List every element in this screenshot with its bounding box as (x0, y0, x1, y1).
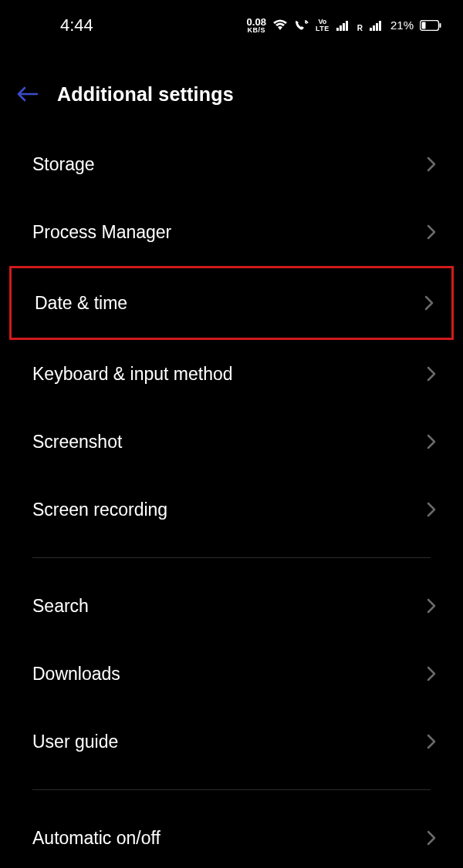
item-label: Storage (32, 154, 95, 175)
settings-item-downloads[interactable]: Downloads (0, 640, 463, 708)
signal-strength-2-icon (369, 19, 384, 32)
settings-item-date-time[interactable]: Date & time (9, 266, 454, 340)
item-label: Search (32, 596, 89, 617)
chevron-right-icon (424, 831, 438, 845)
settings-item-keyboard[interactable]: Keyboard & input method (0, 340, 463, 408)
volte-indicator: Vo LTE (316, 19, 330, 32)
arrow-left-icon (15, 86, 39, 103)
chevron-right-icon (424, 599, 438, 613)
item-label: Date & time (35, 293, 127, 314)
chevron-right-icon (424, 735, 438, 749)
back-button[interactable] (14, 81, 40, 107)
settings-item-storage[interactable]: Storage (0, 130, 463, 198)
settings-item-search[interactable]: Search (0, 572, 463, 640)
svg-rect-2 (343, 23, 345, 31)
item-label: Automatic on/off (32, 828, 161, 849)
chevron-right-icon (422, 296, 436, 310)
svg-rect-4 (370, 28, 372, 31)
chevron-right-icon (424, 667, 438, 681)
wifi-calling-icon (294, 19, 309, 32)
settings-list: Storage Process Manager Date & time Keyb… (0, 130, 463, 868)
status-bar: 4:44 0.08 KB/S Vo LTE R 21% (0, 0, 463, 42)
status-indicators: 0.08 KB/S Vo LTE R 21% (247, 17, 441, 34)
svg-rect-7 (379, 21, 381, 31)
roaming-indicator: R (357, 24, 363, 32)
chevron-right-icon (424, 435, 438, 449)
wifi-icon (272, 19, 288, 32)
item-label: Process Manager (32, 222, 171, 243)
svg-rect-6 (376, 23, 378, 31)
signal-strength-1-icon (336, 19, 351, 32)
battery-icon (420, 20, 441, 31)
svg-rect-1 (340, 25, 342, 31)
item-label: Screenshot (32, 432, 122, 453)
chevron-right-icon (424, 157, 438, 171)
chevron-right-icon (424, 503, 438, 516)
status-time: 4:44 (60, 15, 93, 35)
settings-item-automatic-onoff[interactable]: Automatic on/off (0, 804, 463, 868)
settings-item-screenshot[interactable]: Screenshot (0, 408, 463, 476)
page-header: Additional settings (0, 42, 463, 130)
settings-item-screen-recording[interactable]: Screen recording (0, 476, 463, 543)
network-speed-indicator: 0.08 KB/S (247, 17, 266, 34)
svg-rect-3 (346, 21, 348, 31)
settings-item-process-manager[interactable]: Process Manager (0, 198, 463, 266)
svg-rect-9 (422, 22, 426, 29)
page-title: Additional settings (57, 83, 234, 106)
chevron-right-icon (424, 367, 438, 381)
item-label: Screen recording (32, 500, 167, 520)
divider (32, 557, 431, 558)
svg-rect-5 (373, 25, 375, 31)
settings-item-user-guide[interactable]: User guide (0, 708, 463, 775)
divider (32, 789, 431, 790)
item-label: User guide (32, 732, 118, 752)
item-label: Keyboard & input method (32, 364, 233, 385)
item-label: Downloads (32, 664, 120, 685)
svg-rect-10 (440, 23, 441, 28)
chevron-right-icon (424, 225, 438, 239)
battery-percent: 21% (390, 19, 414, 32)
svg-rect-0 (336, 28, 339, 31)
